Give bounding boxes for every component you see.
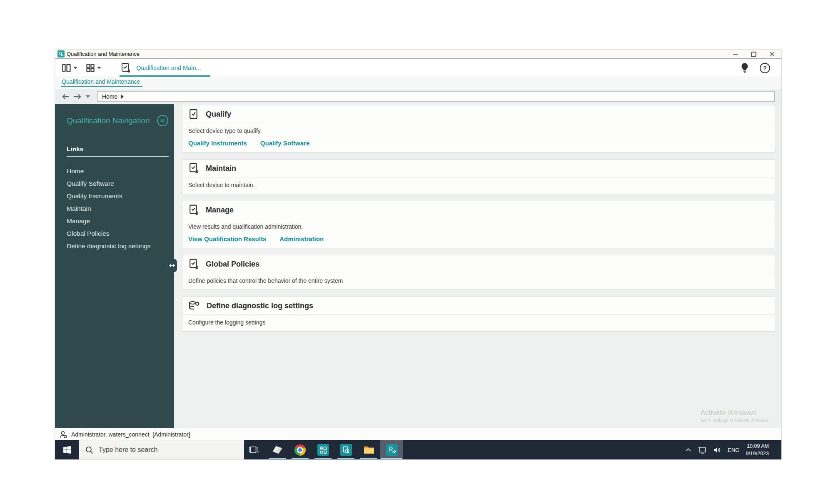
clipboard-wrench-icon [188, 162, 200, 175]
card-description: Select device type to qualify. [188, 127, 769, 134]
card-manage: Manage View results and qualification ad… [182, 201, 775, 248]
taskbar-app-qualification-maintenance[interactable] [380, 440, 403, 459]
taskbar-app-chrome[interactable] [289, 440, 312, 459]
sidebar-item-global-policies[interactable]: Global Policies [55, 227, 174, 240]
close-button[interactable] [763, 50, 781, 58]
database-gear-icon [188, 300, 200, 312]
app-logo-icon [57, 50, 65, 57]
taskbar-app-mail[interactable] [266, 440, 289, 459]
sidebar-collapse-button[interactable] [157, 115, 168, 126]
document-search-app-icon [340, 444, 352, 456]
windows-logo-icon [63, 446, 71, 454]
location-text: Home [102, 93, 117, 100]
watermark-subtitle: Go to Settings to activate Windows. [701, 418, 770, 423]
logged-in-user: Administrator, waters_connect [Administr… [71, 431, 190, 438]
qualification-navigation-sidebar: Qualification Navigation Links Home Qual… [55, 104, 174, 428]
svg-text:?: ? [763, 65, 767, 71]
help-button[interactable]: ? [759, 62, 771, 74]
arrow-right-icon [74, 94, 82, 100]
close-icon [770, 52, 775, 57]
window-title: Qualification and Maintenance [67, 51, 140, 57]
minimize-button[interactable] [726, 50, 745, 58]
card-description: Select device to maintain. [188, 182, 769, 188]
link-view-qualification-results[interactable]: View Qualification Results [188, 235, 266, 242]
sidebar-item-maintain[interactable]: Maintain [55, 202, 174, 215]
double-chevron-left-icon [160, 118, 165, 123]
search-input[interactable] [99, 446, 238, 454]
card-title: Manage [206, 206, 234, 215]
chevron-up-icon [685, 448, 691, 452]
clipboard-wrench-icon [188, 258, 200, 270]
system-tray: ENG 10:09 AM 9/19/2023 [685, 440, 781, 459]
user-icon [59, 430, 67, 439]
back-button[interactable] [62, 94, 70, 100]
chrome-icon [294, 444, 306, 456]
folder-icon [363, 445, 375, 455]
sidebar-divider [67, 156, 169, 157]
location-field[interactable]: Home [97, 91, 775, 102]
breadcrumb: Qualification and Maintenance [55, 77, 781, 89]
tab-label: Qualification and Main... [136, 65, 201, 71]
link-administration[interactable]: Administration [279, 235, 324, 242]
link-qualify-software[interactable]: Qualify Software [260, 140, 309, 147]
application-window: Qualification and Maintenance [55, 50, 781, 459]
windows-taskbar: ENG 10:09 AM 9/19/2023 [55, 440, 781, 459]
taskbar-app-file-explorer[interactable] [357, 440, 380, 459]
watermark-title: Activate Windows [701, 409, 770, 417]
sidebar-links: Home Qualify Software Qualify Instrument… [55, 165, 174, 252]
card-qualify: Qualify Select device type to qualify. Q… [182, 105, 775, 152]
card-title: Maintain [206, 164, 236, 173]
sidebar-item-define-diagnostic-log-settings[interactable]: Define diagnostic log settings [55, 240, 174, 252]
taskbar-app-hub[interactable] [312, 440, 334, 459]
sidebar-item-qualify-software[interactable]: Qualify Software [55, 177, 174, 190]
card-global-policies: Global Policies Define policies that con… [182, 255, 775, 290]
qualification-app-icon [386, 444, 398, 456]
sidebar-item-qualify-instruments[interactable]: Qualify Instruments [55, 190, 174, 202]
title-bar: Qualification and Maintenance [55, 50, 781, 59]
speaker-icon [713, 447, 721, 454]
card-define-diagnostic-log-settings: Define diagnostic log settings Configure… [182, 297, 775, 332]
start-button[interactable] [55, 440, 79, 459]
taskbar-clock[interactable]: 10:09 AM 9/19/2023 [746, 442, 769, 457]
panes-icon [62, 63, 71, 72]
grid-icon [86, 63, 95, 72]
tray-volume-button[interactable] [713, 447, 721, 454]
status-bar: Administrator, waters_connect [Administr… [55, 428, 781, 440]
apps-grid-button[interactable] [86, 63, 101, 72]
forward-button[interactable] [74, 94, 82, 100]
card-maintain: Maintain Select device to maintain. [182, 159, 775, 194]
language-indicator[interactable]: ENG [728, 447, 739, 453]
arrow-left-icon [62, 94, 70, 100]
navigation-bar: Home [55, 89, 781, 104]
lightbulb-icon [740, 62, 749, 74]
clipboard-wrench-icon [120, 62, 131, 74]
card-description: Configure the logging settings [188, 319, 769, 326]
task-view-button[interactable] [244, 440, 263, 459]
panes-layout-button[interactable] [62, 63, 77, 72]
restore-button[interactable] [745, 50, 763, 58]
tray-chevron-up-button[interactable] [685, 448, 691, 452]
suggestions-lightbulb-button[interactable] [740, 62, 749, 74]
clipboard-check-icon [188, 108, 200, 120]
history-dropdown-button[interactable] [86, 95, 90, 98]
clock-time: 10:09 AM [747, 442, 769, 450]
breadcrumb-link[interactable]: Qualification and Maintenance [61, 78, 142, 87]
card-title: Define diagnostic log settings [207, 302, 313, 310]
app-toolbar: Qualification and Main... ? [55, 59, 781, 77]
sidebar-item-manage[interactable]: Manage [55, 215, 174, 227]
chevron-right-icon [121, 95, 124, 99]
sidebar-title: Qualification Navigation [67, 116, 150, 125]
search-icon [85, 446, 93, 454]
link-qualify-instruments[interactable]: Qualify Instruments [188, 140, 247, 147]
taskbar-app-document-search[interactable] [334, 440, 357, 459]
taskbar-search[interactable] [79, 440, 244, 459]
sidebar-item-home[interactable]: Home [55, 165, 174, 177]
card-title: Global Policies [206, 260, 259, 269]
chevron-down-icon [97, 67, 101, 69]
tab-qualification-and-maintenance[interactable]: Qualification and Main... [120, 59, 210, 77]
tray-network-button[interactable] [698, 446, 707, 454]
devices-people-app-icon [317, 444, 329, 456]
clipboard-wrench-icon [188, 204, 200, 216]
clock-date: 9/19/2023 [746, 450, 769, 457]
card-description: Define policies that control the behavio… [188, 277, 769, 284]
